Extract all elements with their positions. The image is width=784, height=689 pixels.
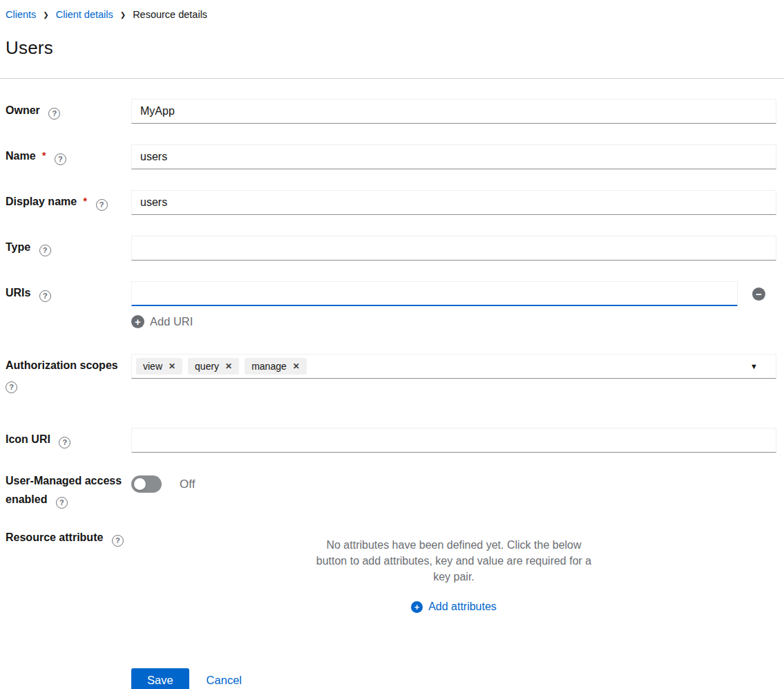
plus-circle-icon: + bbox=[411, 601, 423, 613]
caret-down-icon[interactable]: ▼ bbox=[750, 363, 758, 370]
uris-row: URIs ? − + Add URI bbox=[6, 281, 776, 328]
breadcrumb-client-details[interactable]: Client details bbox=[56, 9, 113, 20]
uma-toggle[interactable] bbox=[131, 475, 162, 493]
authorization-scopes-row: Authorization scopes ? view ✕ query ✕ ma… bbox=[6, 354, 776, 393]
name-required-indicator: * bbox=[42, 150, 46, 161]
display-name-label: Display name bbox=[6, 196, 77, 207]
name-help-icon[interactable]: ? bbox=[55, 153, 66, 165]
scope-chip-label: query bbox=[195, 361, 219, 372]
uma-label-line1: User-Managed access bbox=[6, 475, 122, 487]
breadcrumb-separator-icon: ❯ bbox=[43, 12, 48, 19]
authorization-scopes-select[interactable]: view ✕ query ✕ manage ✕ ▼ bbox=[131, 354, 776, 379]
owner-row: Owner ? bbox=[6, 99, 776, 124]
add-attributes-label: Add attributes bbox=[428, 601, 497, 613]
type-row: Type ? bbox=[6, 236, 776, 261]
uris-help-icon[interactable]: ? bbox=[39, 290, 51, 302]
remove-uri-button[interactable]: − bbox=[752, 287, 765, 301]
uri-input-line: − bbox=[131, 281, 776, 306]
save-button[interactable]: Save bbox=[131, 668, 189, 689]
type-help-icon[interactable]: ? bbox=[39, 245, 51, 256]
resource-attribute-label-col: Resource attribute ? bbox=[6, 531, 131, 613]
scope-chip-label: view bbox=[143, 361, 162, 372]
form-actions: Save Cancel bbox=[131, 668, 776, 689]
owner-input[interactable] bbox=[131, 99, 776, 124]
uris-label: URIs bbox=[6, 287, 30, 299]
owner-label: Owner bbox=[6, 104, 40, 116]
owner-help-icon[interactable]: ? bbox=[48, 108, 60, 120]
resource-details-form: Owner ? Name * ? Display name * ? Type bbox=[0, 79, 784, 689]
attributes-empty-state: No attributes have been defined yet. Cli… bbox=[131, 531, 776, 613]
uma-toggle-state-label: Off bbox=[180, 478, 195, 491]
icon-uri-input[interactable] bbox=[131, 428, 776, 453]
uris-label-col: URIs ? bbox=[6, 281, 131, 328]
attributes-empty-state-text: No attributes have been defined yet. Cli… bbox=[316, 537, 592, 585]
remove-scope-icon[interactable]: ✕ bbox=[225, 362, 232, 370]
uma-label-col: User-Managed access enabled ? bbox=[6, 473, 131, 509]
type-label-col: Type ? bbox=[6, 236, 131, 261]
display-name-required-indicator: * bbox=[84, 196, 87, 207]
page-header: Clients ❯ Client details ❯ Resource deta… bbox=[0, 0, 784, 59]
scope-chip: manage ✕ bbox=[245, 358, 307, 375]
display-name-input[interactable] bbox=[131, 190, 776, 215]
display-name-label-col: Display name * ? bbox=[6, 190, 131, 215]
name-input[interactable] bbox=[131, 144, 776, 169]
remove-scope-icon[interactable]: ✕ bbox=[293, 362, 300, 370]
cancel-button[interactable]: Cancel bbox=[207, 674, 242, 687]
authorization-scopes-label-col: Authorization scopes ? bbox=[6, 354, 131, 393]
resource-attribute-row: Resource attribute ? No attributes have … bbox=[6, 531, 776, 613]
uma-help-icon[interactable]: ? bbox=[56, 497, 68, 509]
scope-chip-label: manage bbox=[251, 361, 287, 372]
name-label-col: Name * ? bbox=[6, 144, 131, 169]
display-name-help-icon[interactable]: ? bbox=[96, 199, 108, 211]
add-attributes-button[interactable]: + Add attributes bbox=[411, 601, 497, 613]
uma-row: User-Managed access enabled ? Off bbox=[6, 473, 776, 509]
plus-circle-icon: + bbox=[131, 315, 144, 328]
scope-chip: query ✕ bbox=[188, 358, 239, 375]
resource-attribute-help-icon[interactable]: ? bbox=[112, 535, 124, 547]
add-uri-button[interactable]: + Add URI bbox=[131, 315, 193, 328]
resource-attribute-label: Resource attribute bbox=[6, 531, 103, 543]
icon-uri-help-icon[interactable]: ? bbox=[59, 437, 70, 449]
icon-uri-row: Icon URI ? bbox=[6, 428, 776, 453]
type-input[interactable] bbox=[131, 236, 776, 261]
page-title: Users bbox=[0, 37, 784, 59]
uma-toggle-knob bbox=[134, 478, 146, 490]
icon-uri-label-col: Icon URI ? bbox=[6, 428, 131, 453]
display-name-row: Display name * ? bbox=[6, 190, 776, 215]
type-label: Type bbox=[6, 241, 30, 253]
owner-label-col: Owner ? bbox=[6, 99, 131, 124]
breadcrumb-clients[interactable]: Clients bbox=[6, 9, 36, 20]
uma-label-line2: enabled bbox=[6, 493, 47, 505]
icon-uri-label: Icon URI bbox=[6, 433, 50, 445]
add-uri-label: Add URI bbox=[150, 315, 193, 328]
breadcrumb: Clients ❯ Client details ❯ Resource deta… bbox=[0, 9, 784, 20]
authorization-scopes-help-icon[interactable]: ? bbox=[6, 381, 17, 393]
name-row: Name * ? bbox=[6, 144, 776, 169]
breadcrumb-resource-details: Resource details bbox=[133, 9, 207, 20]
uri-input[interactable] bbox=[131, 281, 738, 306]
scope-chip: view ✕ bbox=[136, 358, 182, 375]
breadcrumb-separator-icon: ❯ bbox=[120, 12, 126, 19]
remove-scope-icon[interactable]: ✕ bbox=[169, 362, 175, 370]
minus-circle-icon: − bbox=[752, 287, 765, 301]
authorization-scopes-label: Authorization scopes bbox=[6, 359, 118, 371]
name-label: Name bbox=[6, 150, 36, 162]
